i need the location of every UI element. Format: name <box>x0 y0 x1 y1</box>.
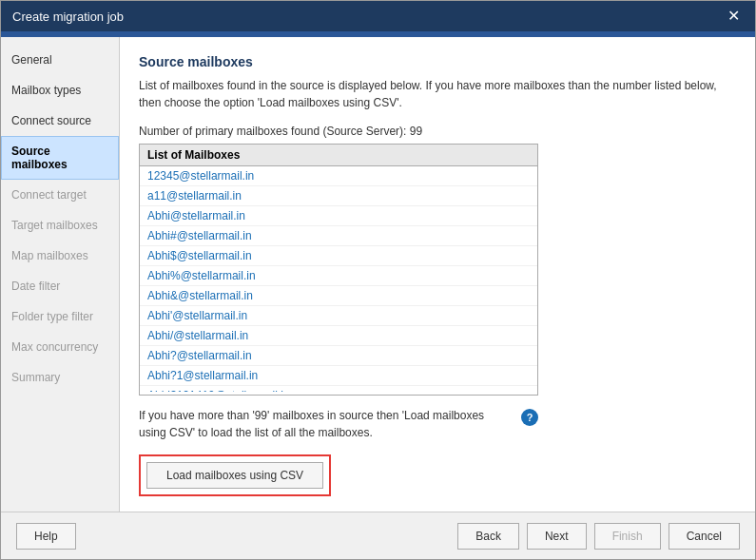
list-item: Abhi#@stellarmail.in <box>140 226 537 246</box>
finish-button: Finish <box>594 523 661 550</box>
sidebar-item-mailbox-types[interactable]: Mailbox types <box>1 75 119 106</box>
list-item: Abhi/@stellarmail.in <box>140 326 537 346</box>
sidebar-item-general[interactable]: General <box>1 45 119 75</box>
help-button[interactable]: Help <box>16 523 76 550</box>
csv-button-wrapper: Load mailboxes using CSV <box>139 454 331 496</box>
list-item: Abhi?@stellarmail.in <box>140 346 537 366</box>
load-csv-button[interactable]: Load mailboxes using CSV <box>146 462 323 489</box>
panel-title: Source mailboxes <box>139 54 736 69</box>
content-area: General Mailbox types Connect source Sou… <box>1 37 755 512</box>
sidebar-item-map-mailboxes: Map mailboxes <box>1 241 119 271</box>
sidebar-item-connect-source[interactable]: Connect source <box>1 106 119 136</box>
info-icon[interactable]: ? <box>521 409 538 426</box>
sidebar: General Mailbox types Connect source Sou… <box>1 37 120 512</box>
close-button[interactable]: ✕ <box>724 9 744 24</box>
sidebar-item-connect-target: Connect target <box>1 180 119 210</box>
info-text: If you have more than '99' mailboxes in … <box>139 407 514 441</box>
list-item: Abhi'@stellarmail.in <box>140 306 537 326</box>
list-item: a11@stellarmail.in <box>140 186 537 206</box>
sidebar-item-target-mailboxes: Target mailboxes <box>1 210 119 241</box>
title-bar: Create migration job ✕ <box>1 1 755 31</box>
info-row: If you have more than '99' mailboxes in … <box>139 407 538 441</box>
back-button[interactable]: Back <box>457 523 519 550</box>
mailbox-count: Number of primary mailboxes found (Sourc… <box>139 125 736 138</box>
list-item: Abhi?121410@stellarmail.in <box>140 386 537 392</box>
mailbox-list-header: List of Mailboxes <box>140 145 537 166</box>
mailbox-list-container: List of Mailboxes 12345@stellarmail.ina1… <box>139 144 538 396</box>
list-item: Abhi&@stellarmail.in <box>140 286 537 306</box>
list-item: 12345@stellarmail.in <box>140 166 537 186</box>
list-item: Abhi%@stellarmail.in <box>140 266 537 286</box>
window-title: Create migration job <box>12 10 124 24</box>
list-item: Abhi?1@stellarmail.in <box>140 366 537 386</box>
list-item: Abhi$@stellarmail.in <box>140 246 537 266</box>
sidebar-item-source-mailboxes[interactable]: Source mailboxes <box>1 136 119 180</box>
sidebar-item-max-concurrency: Max concurrency <box>1 332 119 362</box>
main-panel: Source mailboxes List of mailboxes found… <box>120 37 755 512</box>
cancel-button[interactable]: Cancel <box>669 523 740 550</box>
list-item: Abhi@stellarmail.in <box>140 206 537 226</box>
sidebar-item-folder-type-filter: Folder type filter <box>1 301 119 332</box>
footer-right: Back Next Finish Cancel <box>457 523 740 550</box>
sidebar-item-date-filter: Date filter <box>1 271 119 301</box>
next-button[interactable]: Next <box>527 523 587 550</box>
sidebar-item-summary: Summary <box>1 362 119 393</box>
panel-description: List of mailboxes found in the source is… <box>139 77 736 111</box>
main-window: Create migration job ✕ General Mailbox t… <box>0 0 756 560</box>
footer: Help Back Next Finish Cancel <box>1 512 755 559</box>
mailbox-list-body[interactable]: 12345@stellarmail.ina11@stellarmail.inAb… <box>140 166 537 392</box>
